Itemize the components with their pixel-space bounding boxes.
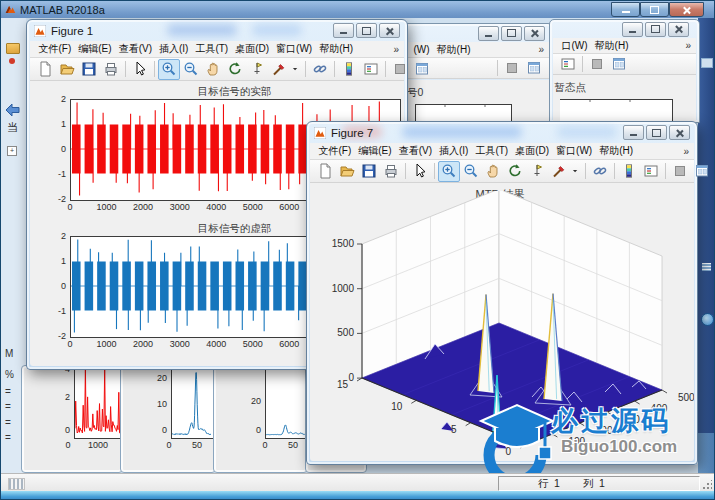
menu-item-3[interactable]: 插入(I) [155, 41, 191, 57]
dock-icon[interactable] [501, 58, 523, 79]
menu-item-6[interactable]: 窗口(W) [553, 143, 596, 159]
minimize-button[interactable] [333, 23, 354, 38]
data-cursor-icon[interactable] [246, 59, 268, 80]
zoom-in-icon[interactable] [158, 59, 180, 80]
menu-overflow-icon[interactable]: » [393, 44, 399, 55]
figure-window-mini-bump[interactable]: 200050 [213, 365, 308, 473]
brush-icon[interactable] [548, 161, 570, 182]
resize-grip-icon[interactable] [702, 480, 712, 490]
brush-icon[interactable] [268, 59, 290, 80]
menu-overflow-icon[interactable]: » [538, 44, 544, 55]
menu-fragment[interactable]: 口(W) [558, 38, 591, 54]
insert-legend-icon[interactable] [640, 161, 662, 182]
dock-icon[interactable] [586, 54, 608, 75]
maximize-button[interactable] [646, 125, 667, 140]
menu-item-7[interactable]: 帮助(H) [316, 41, 357, 57]
menu-item-2[interactable]: 查看(V) [395, 143, 435, 159]
back-arrow-icon[interactable] [4, 103, 21, 117]
close-button[interactable] [379, 23, 400, 38]
new-doc-icon[interactable] [34, 59, 56, 80]
x-tick-label: 6000 [274, 339, 304, 349]
maximize-button[interactable] [356, 23, 377, 38]
menu-item-1[interactable]: 编辑(E) [75, 41, 115, 57]
insert-colorbar-icon[interactable] [338, 59, 360, 80]
maximize-button[interactable] [501, 26, 522, 41]
code-fragment: = [5, 386, 11, 397]
undock-icon[interactable] [608, 54, 630, 75]
y-tick-label: 20 [241, 396, 261, 406]
figure-window-background-b[interactable]: 口(W) 帮助(H) » 暂态点 [549, 19, 700, 123]
zoom-in-icon[interactable] [438, 161, 460, 182]
main-titlebar[interactable]: MATLAB R2018a [1, 1, 715, 18]
new-doc-icon[interactable] [314, 161, 336, 182]
print-icon[interactable] [100, 59, 122, 80]
menu-item-5[interactable]: 桌面(D) [232, 41, 273, 57]
tree-expand-icon[interactable]: + [7, 146, 17, 156]
pan-icon[interactable] [202, 59, 224, 80]
open-folder-icon[interactable] [56, 59, 78, 80]
dock-icon[interactable] [669, 161, 691, 182]
insert-legend-icon[interactable] [360, 59, 382, 80]
menu-item-5[interactable]: 桌面(D) [512, 143, 553, 159]
insert-legend-icon[interactable] [557, 54, 579, 75]
menu-item-1[interactable]: 编辑(E) [355, 143, 395, 159]
save-icon[interactable] [78, 59, 100, 80]
cursor-icon[interactable] [129, 59, 151, 80]
caret-down-icon[interactable] [290, 59, 302, 80]
x-tick-label: 2000 [128, 339, 158, 349]
main-minimize-button[interactable] [611, 2, 640, 17]
minimize-button[interactable] [623, 125, 644, 140]
undock-icon[interactable] [411, 59, 433, 80]
figure7-titlebar[interactable]: Figure 7 [307, 122, 697, 143]
main-maximize-button[interactable] [640, 2, 669, 17]
menu-item-0[interactable]: 文件(F) [315, 143, 355, 159]
menu-item-0[interactable]: 文件(F) [35, 41, 75, 57]
figure-window-mini-peak[interactable]: 20100050 [120, 365, 216, 473]
dock-icon[interactable] [389, 59, 411, 80]
rotate-3d-icon[interactable] [224, 59, 246, 80]
zoom-out-icon[interactable] [460, 161, 482, 182]
menu-help[interactable]: 帮助(H) [433, 42, 474, 58]
open-folder-icon[interactable] [336, 161, 358, 182]
undock-icon[interactable] [691, 161, 713, 182]
window-bottom-border [1, 491, 715, 500]
figure7-window[interactable]: Figure 7 文件(F)编辑(E)查看(V)插入(I)工具(T)桌面(D)窗… [306, 121, 698, 465]
close-button[interactable] [669, 125, 690, 140]
close-button[interactable] [524, 26, 545, 41]
menu-item-4[interactable]: 工具(T) [192, 41, 232, 57]
minimize-button[interactable] [478, 26, 499, 41]
figure1-titlebar[interactable]: Figure 1 [27, 20, 407, 41]
menu-help[interactable]: 帮助(H) [591, 38, 632, 54]
menu-item-7[interactable]: 帮助(H) [596, 143, 637, 159]
undock-icon[interactable] [523, 58, 545, 79]
maximize-button[interactable] [645, 22, 666, 37]
pan-icon[interactable] [482, 161, 504, 182]
print-icon[interactable] [380, 161, 402, 182]
insert-colorbar-icon[interactable] [618, 161, 640, 182]
menu-fragment[interactable]: (W) [410, 43, 433, 56]
zoom-out-icon[interactable] [180, 59, 202, 80]
statusbar-grip-icon[interactable] [8, 478, 25, 490]
link-plots-icon[interactable] [309, 59, 331, 80]
data-cursor-icon[interactable] [526, 161, 548, 182]
menu-overflow-icon[interactable]: » [683, 146, 689, 157]
caret-down-icon[interactable] [570, 161, 582, 182]
minimize-button[interactable] [622, 22, 643, 37]
cursor-icon[interactable] [409, 161, 431, 182]
menu-overflow-icon[interactable]: » [685, 40, 691, 51]
main-close-button[interactable] [669, 2, 704, 17]
rotate-3d-icon[interactable] [504, 161, 526, 182]
figure7-canvas[interactable]: MTD 结果 150010005000151050100200300400500 [310, 183, 694, 461]
menu-item-2[interactable]: 查看(V) [115, 41, 155, 57]
menu-item-4[interactable]: 工具(T) [472, 143, 512, 159]
menu-item-3[interactable]: 插入(I) [435, 143, 471, 159]
close-button[interactable] [668, 22, 689, 37]
link-plots-icon[interactable] [589, 161, 611, 182]
save-icon[interactable] [358, 161, 380, 182]
panel-tab-icon[interactable] [701, 58, 713, 68]
bg-plot-title-fragment: 暂态点 [553, 81, 593, 95]
figure-window-mini-red[interactable]: 42001000 [21, 365, 123, 473]
menu-item-6[interactable]: 窗口(W) [273, 41, 316, 57]
subplot1-title: 目标信号的实部 [70, 85, 399, 99]
scroll-knob-icon[interactable] [701, 313, 714, 326]
